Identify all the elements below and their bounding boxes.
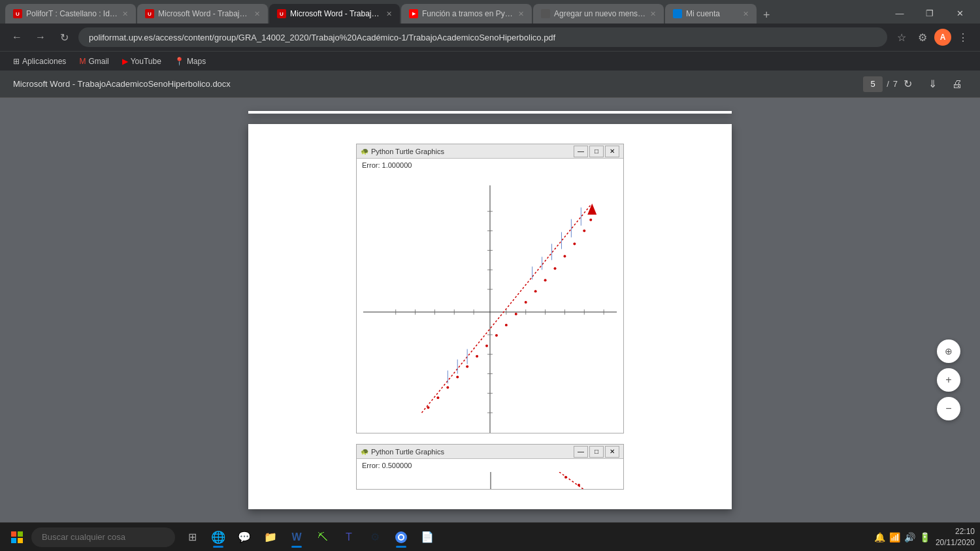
- turtle-restore-1[interactable]: □: [589, 146, 604, 157]
- svg-point-57: [578, 484, 580, 486]
- tab-word1[interactable]: U Microsoft Word - TrabajoAc... ✕: [137, 4, 268, 24]
- svg-point-36: [446, 386, 449, 388]
- taskbar-search-input[interactable]: [31, 527, 175, 547]
- taskbar-app-notes[interactable]: 📄: [416, 526, 439, 549]
- bookmark-maps[interactable]: 📍 Maps: [169, 55, 211, 68]
- tab-close-4[interactable]: ✕: [518, 10, 524, 18]
- turtle-icon-1: 🐢: [361, 148, 368, 155]
- minimize-button[interactable]: —: [885, 4, 915, 22]
- taskbar-app-game[interactable]: ⛏: [311, 526, 335, 549]
- start-button[interactable]: [5, 526, 29, 549]
- browser-window: U PoliforT : Castellano : Ide... ✕ U Mic…: [0, 0, 980, 551]
- profile-avatar[interactable]: A: [934, 29, 951, 46]
- svg-point-41: [495, 334, 498, 337]
- bookmark-star-icon[interactable]: ☆: [892, 28, 911, 46]
- steam-icon: ⚙: [370, 531, 380, 543]
- svg-point-44: [525, 301, 527, 304]
- taskview-icon: ⊞: [188, 531, 197, 543]
- turtle-titlebar-2: 🐢 Python Turtle Graphics — □ ✕: [357, 445, 623, 459]
- turtle-minimize-1[interactable]: —: [574, 146, 588, 157]
- turtle-canvas-1: Error: 1.000000: [357, 159, 623, 433]
- turtle-close-2[interactable]: ✕: [605, 446, 619, 458]
- address-input[interactable]: [78, 27, 887, 47]
- taskbar-app-explorer[interactable]: 📁: [259, 526, 282, 549]
- taskbar-date-display: 20/11/2020: [936, 537, 975, 548]
- close-button[interactable]: ✕: [945, 4, 975, 22]
- svg-point-46: [544, 279, 547, 281]
- extensions-icon[interactable]: ⚙: [913, 28, 932, 46]
- new-tab-button[interactable]: +: [758, 8, 776, 22]
- svg-point-50: [583, 230, 585, 232]
- edge-icon: 🌐: [211, 530, 225, 544]
- tab-close-3[interactable]: ✕: [386, 10, 392, 18]
- chrome-icon: [395, 531, 408, 544]
- pdf-refresh-button[interactable]: ↻: [898, 74, 917, 94]
- tab-close-1[interactable]: ✕: [122, 10, 128, 18]
- svg-point-65: [399, 535, 403, 539]
- turtle-title-1: Python Turtle Graphics: [371, 148, 574, 155]
- svg-rect-62: [18, 538, 23, 543]
- taskbar: ⊞ 🌐 💬 📁 W ⛏ T: [0, 522, 980, 551]
- turtle-win-btns-1: — □ ✕: [574, 146, 619, 157]
- notification-icon: 🔔: [874, 532, 885, 543]
- zoom-in-button[interactable]: +: [937, 368, 960, 392]
- turtle-minimize-2[interactable]: —: [574, 446, 588, 458]
- teams-icon: T: [346, 531, 352, 543]
- taskbar-app-discord[interactable]: 💬: [233, 526, 256, 549]
- refresh-button[interactable]: ↻: [55, 28, 73, 46]
- forward-button[interactable]: →: [31, 28, 50, 46]
- pdf-print-button[interactable]: 🖨: [947, 74, 967, 94]
- main-content[interactable]: 🐢 Python Turtle Graphics — □ ✕ Error: 1.…: [0, 98, 980, 522]
- taskbar-app-steam[interactable]: ⚙: [363, 526, 387, 549]
- zoom-out-button[interactable]: −: [937, 397, 960, 420]
- word-icon: W: [291, 531, 301, 543]
- tab-message[interactable]: Agregar un nuevo mensaje a... ✕: [533, 4, 664, 24]
- bookmark-apps[interactable]: ⊞ Aplicaciones: [8, 55, 71, 68]
- taskbar-app-teams[interactable]: T: [337, 526, 361, 549]
- tab-close-2[interactable]: ✕: [254, 10, 260, 18]
- zoom-crosshair-button[interactable]: ⊕: [937, 339, 960, 363]
- taskbar-system-icons: 🔔 📶 🔊 🔋: [874, 532, 930, 543]
- svg-point-42: [505, 324, 508, 326]
- turtle-window-1: 🐢 Python Turtle Graphics — □ ✕ Error: 1.…: [356, 144, 624, 433]
- graph-svg-1: [357, 172, 623, 433]
- taskbar-app-taskview[interactable]: ⊞: [180, 526, 204, 549]
- taskbar-app-edge[interactable]: 🌐: [206, 526, 230, 549]
- taskbar-app-chrome[interactable]: [389, 526, 413, 549]
- page-number-input[interactable]: [863, 76, 883, 92]
- svg-point-45: [534, 290, 537, 292]
- turtle-restore-2[interactable]: □: [589, 446, 604, 458]
- turtle-close-1[interactable]: ✕: [605, 146, 619, 157]
- apps-icon: ⊞: [13, 57, 20, 66]
- tab-word2-active[interactable]: U Microsoft Word - TrabajoAc... ✕: [269, 4, 400, 24]
- svg-point-56: [564, 476, 567, 479]
- tab-close-5[interactable]: ✕: [650, 10, 656, 18]
- restore-button[interactable]: ❐: [915, 4, 945, 22]
- pdf-download-button[interactable]: ⇓: [923, 74, 942, 94]
- bookmark-maps-label: Maps: [187, 57, 206, 66]
- turtle-window-2: 🐢 Python Turtle Graphics — □ ✕ Error: 0.…: [356, 444, 624, 490]
- windows-logo-icon: [11, 531, 23, 543]
- maps-icon: 📍: [174, 57, 184, 66]
- svg-rect-59: [11, 531, 16, 537]
- turtle-win-btns-2: — □ ✕: [574, 446, 619, 458]
- svg-point-37: [456, 375, 459, 378]
- tab-youtube[interactable]: ▶ Función a tramos en Python... ✕: [401, 4, 532, 24]
- tab-bar: U PoliforT : Castellano : Ide... ✕ U Mic…: [0, 0, 980, 24]
- pdf-pages: 🐢 Python Turtle Graphics — □ ✕ Error: 1.…: [248, 111, 732, 509]
- tab-favicon-msg: [541, 9, 550, 18]
- tab-poliformat[interactable]: U PoliforT : Castellano : Ide... ✕: [5, 4, 136, 24]
- back-button[interactable]: ←: [8, 28, 26, 46]
- menu-icon[interactable]: ⋮: [954, 28, 972, 46]
- tab-close-6[interactable]: ✕: [743, 10, 749, 18]
- window-controls: — ❐ ✕: [885, 4, 975, 22]
- tab-label-6: Mi cuenta: [686, 9, 739, 18]
- bookmark-gmail[interactable]: M Gmail: [74, 55, 114, 68]
- tab-account[interactable]: Mi cuenta ✕: [665, 4, 757, 24]
- svg-rect-60: [18, 531, 23, 537]
- taskbar-app-word[interactable]: W: [285, 526, 308, 549]
- pdf-actions: ↻ ⇓ 🖨: [898, 74, 967, 94]
- tab-favicon-mi: [673, 9, 682, 18]
- zoom-controls: ⊕ + −: [937, 339, 960, 420]
- bookmark-youtube[interactable]: ▶ YouTube: [117, 55, 167, 68]
